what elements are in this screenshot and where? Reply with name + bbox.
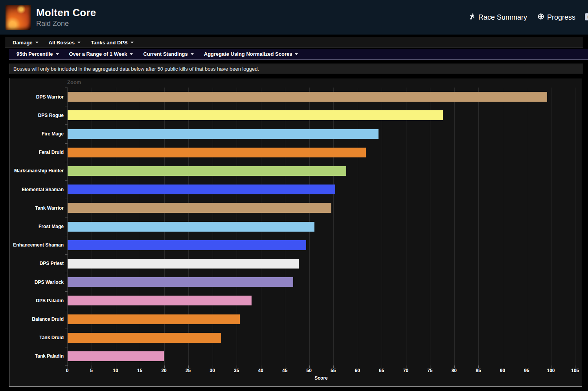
gridline: [503, 88, 503, 365]
category-label: Balance Druid: [9, 316, 64, 322]
runner-icon: [469, 13, 476, 22]
bar-dps-rogue[interactable]: [68, 110, 443, 120]
plot-area[interactable]: [67, 88, 575, 365]
bar-frost-mage[interactable]: [68, 222, 314, 232]
menu-label: All Bosses: [49, 40, 75, 46]
menu-over-a-range-of-1-week[interactable]: Over a Range of 1 Week: [64, 49, 138, 59]
bar-fire-mage[interactable]: [68, 129, 379, 139]
page-title: Molten Core: [36, 7, 96, 19]
menu-tanks-and-dps[interactable]: Tanks and DPS: [86, 37, 139, 48]
notice-banner: Bosses will only be included in the aggr…: [9, 64, 583, 74]
category-labels: DPS WarriorDPS RogueFire MageFeral Druid…: [9, 88, 67, 365]
chevron-down-icon: [191, 53, 194, 55]
menu-label: 95th Percentile: [17, 51, 53, 57]
bar-dps-warlock[interactable]: [68, 277, 293, 287]
chevron-down-icon: [35, 42, 39, 43]
category-label: Frost Mage: [9, 224, 64, 229]
bar-dps-priest[interactable]: [68, 259, 299, 269]
y-tick-mark: [65, 106, 68, 106]
y-tick-mark: [65, 199, 68, 199]
category-label: Elemental Shaman: [9, 187, 64, 192]
x-tick-label: 0: [66, 368, 69, 373]
category-label: Tank Paladin: [9, 353, 64, 359]
gridline: [430, 88, 430, 365]
category-label: DPS Rogue: [9, 113, 64, 118]
x-tick-label: 105: [571, 368, 579, 373]
bar-tank-paladin[interactable]: [68, 351, 164, 361]
gridline: [575, 88, 575, 365]
zoom-label: Zoom: [67, 79, 81, 85]
y-tick-mark: [65, 88, 68, 88]
y-tick-mark: [65, 291, 68, 292]
y-tick-mark: [65, 254, 68, 255]
gridline: [454, 88, 455, 365]
menu-aggregate-using-normalized-scores[interactable]: Aggregate Using Normalized Scores: [199, 49, 303, 59]
chevron-down-icon: [130, 42, 134, 43]
bar-tank-druid[interactable]: [68, 333, 221, 343]
x-axis: 0510152025303540455055606570758085909510…: [67, 368, 575, 374]
category-label: Enhancement Shaman: [9, 242, 64, 248]
x-tick-label: 25: [186, 368, 191, 373]
bar-marksmanship-hunter[interactable]: [68, 166, 346, 176]
bar-dps-warrior[interactable]: [68, 92, 547, 102]
bar-elemental-shaman[interactable]: [68, 185, 335, 194]
header-link-label: Progress: [547, 13, 575, 22]
header-link-progress[interactable]: Progress: [537, 13, 575, 22]
x-tick-label: 30: [209, 368, 215, 373]
gridline: [382, 88, 382, 365]
y-tick-mark: [65, 180, 68, 181]
menu-label: Current Standings: [143, 51, 187, 57]
y-tick-mark: [65, 217, 68, 217]
category-label: DPS Priest: [9, 261, 64, 266]
x-tick-label: 10: [113, 368, 118, 373]
menu-current-standings[interactable]: Current Standings: [138, 49, 198, 59]
category-label: DPS Warrior: [9, 94, 64, 100]
menu-damage[interactable]: Damage: [7, 37, 44, 48]
bar-balance-druid[interactable]: [68, 314, 240, 324]
header-link-label: Race Summary: [478, 13, 527, 22]
globe-icon: [537, 13, 544, 22]
x-tick-label: 100: [547, 368, 555, 373]
y-tick-mark: [65, 329, 68, 329]
x-tick-label: 65: [379, 368, 384, 373]
info-icon[interactable]: i: [585, 13, 588, 20]
x-tick-label: 5: [90, 368, 93, 373]
menu-label: Tanks and DPS: [91, 40, 128, 46]
y-tick-mark: [65, 310, 68, 310]
x-tick-label: 40: [258, 368, 263, 373]
y-tick-mark: [65, 162, 68, 162]
y-tick-mark: [65, 124, 68, 125]
x-tick-label: 20: [161, 368, 166, 373]
menu-all-bosses[interactable]: All Bosses: [44, 37, 86, 48]
gridline: [551, 88, 551, 365]
zone-logo: [6, 5, 31, 30]
header-link-race-summary[interactable]: Race Summary: [469, 13, 527, 22]
chart-panel: Zoom DPS WarriorDPS RogueFire MageFeral …: [9, 78, 582, 387]
y-tick-mark: [65, 143, 68, 144]
category-label: Tank Druid: [9, 335, 64, 340]
category-label: Feral Druid: [9, 150, 64, 155]
menu-label: Aggregate Using Normalized Scores: [204, 51, 292, 57]
x-tick-label: 95: [524, 368, 529, 373]
menu-label: Damage: [13, 40, 33, 46]
menu-95th-percentile[interactable]: 95th Percentile: [11, 49, 64, 59]
bar-enhancement-shaman[interactable]: [68, 240, 306, 250]
menu-label: Over a Range of 1 Week: [69, 51, 127, 57]
chevron-down-icon: [77, 42, 81, 43]
x-tick-label: 35: [234, 368, 239, 373]
y-tick-mark: [65, 236, 68, 236]
category-label: Fire Mage: [9, 131, 64, 137]
notice-text: Bosses will only be included in the aggr…: [13, 66, 259, 72]
bar-dps-paladin[interactable]: [68, 296, 252, 305]
header-nav: Race SummaryProgress: [469, 13, 582, 22]
category-label: Tank Warrior: [9, 205, 64, 211]
toolbar-primary: DamageAll BossesTanks and DPS: [5, 37, 583, 48]
gridline: [406, 88, 406, 365]
gridline: [527, 88, 527, 365]
y-tick-mark: [65, 347, 68, 347]
x-tick-label: 75: [427, 368, 432, 373]
bar-tank-warrior[interactable]: [68, 203, 331, 213]
x-tick-label: 85: [476, 368, 481, 373]
chevron-down-icon: [295, 53, 298, 55]
bar-feral-druid[interactable]: [68, 148, 366, 157]
